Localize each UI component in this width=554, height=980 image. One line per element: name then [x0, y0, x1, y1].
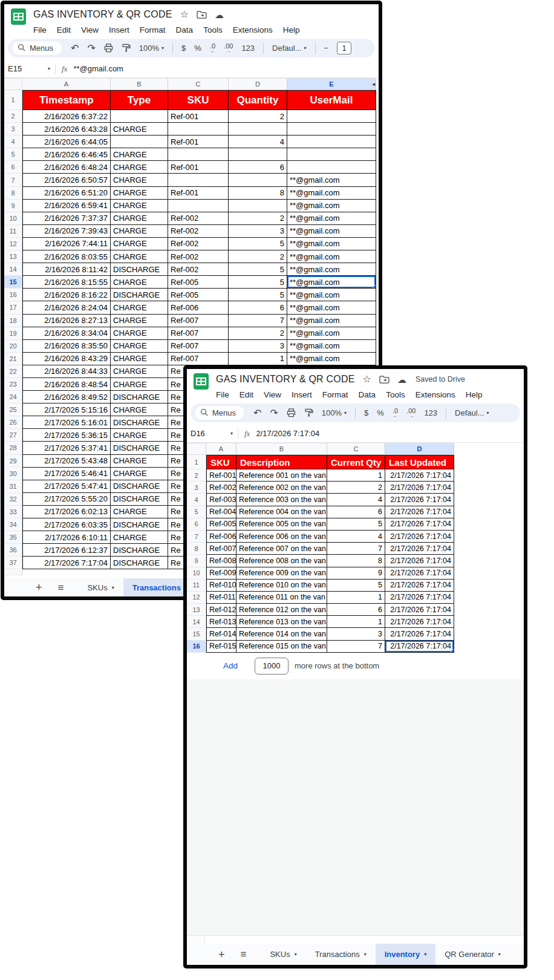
row-header-37[interactable]: 37 [4, 557, 22, 569]
cell-A11[interactable]: Ref-010 [206, 580, 236, 592]
cell-B7[interactable]: CHARGE [111, 174, 168, 186]
menu-insert[interactable]: Insert [109, 25, 129, 34]
cell-C20[interactable]: Ref-007 [168, 340, 229, 353]
cell-D12[interactable]: 2/17/2026 7:17:04 [385, 592, 454, 604]
cell-D10[interactable]: 2 [229, 212, 287, 225]
cell-A18[interactable]: 2/16/2026 8:27:13 [22, 315, 111, 327]
row-header-12[interactable]: 12 [187, 592, 206, 604]
cell-B32[interactable]: DISCHARGE [111, 493, 168, 506]
row-header-12[interactable]: 12 [4, 238, 22, 250]
row-header-23[interactable]: 23 [4, 378, 22, 391]
cell-B4[interactable] [111, 136, 168, 148]
cell-A10[interactable]: Ref-009 [206, 567, 236, 580]
header-cell-C1[interactable]: Current Qty [327, 455, 385, 469]
cell-A33[interactable]: 2/17/2026 6:02:13 [22, 506, 111, 518]
row-header-27[interactable]: 27 [4, 429, 22, 442]
row-header-16[interactable]: 16 [4, 289, 22, 301]
cell-B25[interactable]: CHARGE [111, 403, 168, 416]
cell-C4[interactable]: 4 [327, 494, 385, 506]
cell-B16[interactable]: Reference 015 on the van [236, 641, 327, 653]
cell-C18[interactable]: Ref-007 [168, 315, 229, 327]
row-header-2[interactable]: 2 [187, 469, 206, 482]
cell-E2[interactable] [287, 110, 376, 123]
tab-qr-generator[interactable]: QR Generator▾ [435, 944, 510, 965]
cell-D9[interactable]: 2/17/2026 7:17:04 [385, 555, 454, 567]
cell-A32[interactable]: 2/17/2026 5:55:20 [22, 493, 111, 506]
row-header-22[interactable]: 22 [4, 365, 22, 378]
cell-A30[interactable]: 2/17/2026 5:46:41 [22, 468, 111, 480]
cell-D6[interactable]: 2/17/2026 7:17:04 [385, 518, 454, 531]
cell-A9[interactable]: 2/16/2026 6:59:41 [22, 200, 111, 212]
cell-E7[interactable]: **@gmail.com [287, 174, 376, 186]
row-header-15[interactable]: 15 [187, 628, 206, 640]
row-header-26[interactable]: 26 [4, 416, 22, 429]
cell-A36[interactable]: 2/17/2026 6:12:37 [22, 544, 111, 557]
cell-D16[interactable]: 2/17/2026 7:17:04 [385, 641, 454, 653]
row-header-5[interactable]: 5 [4, 148, 22, 161]
cell-D2[interactable]: 2 [229, 110, 287, 123]
cell-A4[interactable]: 2/16/2026 6:44:05 [22, 136, 111, 148]
menu-edit[interactable]: Edit [57, 25, 71, 34]
cell-B28[interactable]: DISCHARGE [111, 442, 168, 454]
column-header-A[interactable]: A [206, 443, 236, 455]
cell-C6[interactable]: Ref-001 [168, 161, 229, 174]
star-icon[interactable]: ☆ [180, 10, 189, 19]
cell-B20[interactable]: CHARGE [111, 340, 168, 353]
cell-E4[interactable] [287, 136, 376, 148]
cell-B24[interactable]: DISCHARGE [111, 391, 168, 403]
cell-D2[interactable]: 2/17/2026 7:17:04 [385, 469, 454, 482]
cell-A7[interactable]: 2/16/2026 6:50:57 [22, 174, 111, 186]
row-header-8[interactable]: 8 [187, 543, 206, 555]
cell-E8[interactable]: **@gmail.com [287, 187, 376, 200]
redo-button[interactable]: ↷ [87, 44, 95, 53]
decrease-decimal-button[interactable]: .0 ← [393, 408, 398, 419]
cell-E6[interactable] [287, 161, 376, 174]
row-header-4[interactable]: 4 [4, 136, 22, 148]
menu-format[interactable]: Format [322, 390, 348, 399]
cell-C16[interactable]: 7 [327, 641, 385, 653]
menu-data[interactable]: Data [359, 390, 376, 399]
font-style-select[interactable]: Defaul... ▾ [455, 409, 489, 417]
cell-A12[interactable]: Ref-011 [206, 592, 236, 604]
cell-E21[interactable]: **@gmail.com [287, 353, 376, 365]
cell-B26[interactable]: DISCHARGE [111, 416, 168, 429]
cell-C7[interactable] [168, 174, 229, 186]
cell-C9[interactable]: 8 [327, 555, 385, 567]
cell-B34[interactable]: DISCHARGE [111, 518, 168, 531]
cell-A4[interactable]: Ref-003 [206, 494, 236, 506]
cell-B30[interactable]: CHARGE [111, 468, 168, 480]
cell-B15[interactable]: Reference 014 on the van [236, 628, 327, 640]
cell-E20[interactable]: **@gmail.com [287, 340, 376, 353]
row-header-7[interactable]: 7 [4, 174, 22, 186]
cell-A22[interactable]: 2/16/2026 8:44:33 [22, 365, 111, 378]
row-header-33[interactable]: 33 [4, 506, 22, 518]
name-box[interactable]: E15 ▾ [8, 64, 55, 73]
cell-A9[interactable]: Ref-008 [206, 555, 236, 567]
cell-A7[interactable]: Ref-006 [206, 531, 236, 543]
row-header-2[interactable]: 2 [4, 110, 22, 123]
column-header-D[interactable]: D [385, 443, 454, 455]
tab-transactions[interactable]: Transactions [123, 578, 190, 596]
cell-E9[interactable]: **@gmail.com [287, 200, 376, 212]
cell-A5[interactable]: 2/16/2026 6:46:45 [22, 148, 111, 161]
menu-tools[interactable]: Tools [203, 25, 223, 34]
cell-B3[interactable]: CHARGE [111, 123, 168, 136]
cell-C14[interactable]: 1 [327, 616, 385, 628]
all-sheets-button[interactable]: ≡ [235, 949, 253, 959]
print-button[interactable] [287, 408, 296, 417]
cell-B19[interactable]: CHARGE [111, 327, 168, 340]
column-header-D[interactable]: D [229, 78, 287, 90]
cell-D3[interactable]: 2/17/2026 7:17:04 [385, 482, 454, 494]
cell-A14[interactable]: 2/16/2026 8:11:42 [22, 263, 111, 276]
cell-C9[interactable] [168, 200, 229, 212]
row-header-16[interactable]: 16 [187, 641, 206, 653]
header-cell-A1[interactable]: Timestamp [22, 90, 111, 110]
cell-E3[interactable] [287, 123, 376, 136]
cell-E19[interactable]: **@gmail.com [287, 327, 376, 340]
row-header-35[interactable]: 35 [4, 531, 22, 544]
row-header-36[interactable]: 36 [4, 544, 22, 557]
tab-skus[interactable]: SKUs▾ [78, 578, 123, 596]
column-header-B[interactable]: B [236, 443, 327, 455]
cell-C2[interactable]: 1 [327, 469, 385, 482]
cell-B6[interactable]: CHARGE [111, 161, 168, 174]
